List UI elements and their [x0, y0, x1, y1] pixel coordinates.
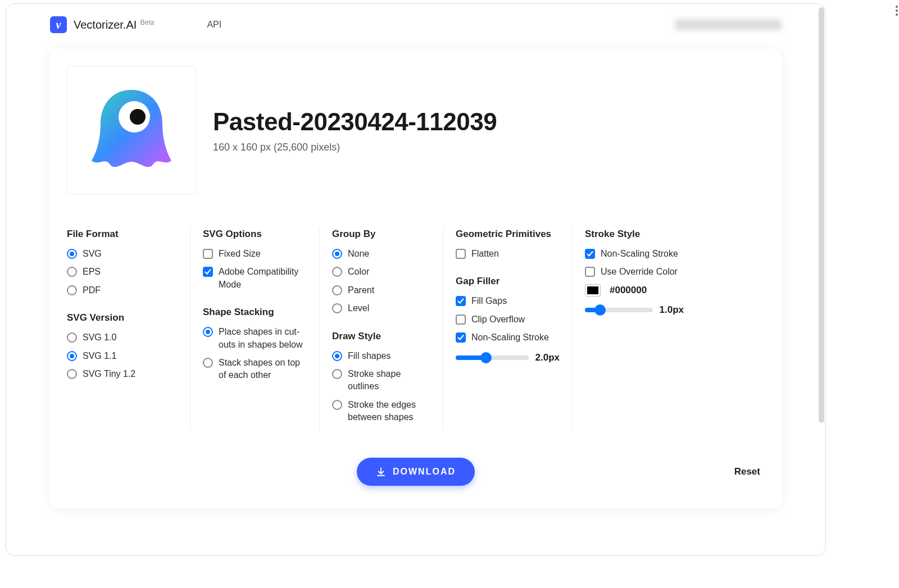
- color-swatch[interactable]: [585, 284, 601, 297]
- label: Fixed Size: [219, 248, 261, 260]
- radio-group-none[interactable]: None: [332, 248, 430, 260]
- main-card: Pasted-20230424-112039 160 x 160 px (25,…: [50, 49, 782, 508]
- radio-icon: [332, 303, 342, 313]
- checkbox-icon: [456, 314, 466, 325]
- gap-slider-value: 2.0px: [535, 352, 560, 363]
- slider-thumb-icon: [480, 352, 492, 363]
- file-header-row: Pasted-20230424-112039 160 x 160 px (25,…: [67, 66, 765, 217]
- radio-icon: [67, 351, 77, 361]
- label: Clip Overflow: [471, 313, 525, 326]
- label: Non-Scaling Stroke: [601, 248, 678, 260]
- label: Adobe Compatibility Mode: [219, 266, 307, 291]
- image-thumbnail[interactable]: [67, 66, 196, 195]
- title-block: Pasted-20230424-112039 160 x 160 px (25,…: [213, 108, 497, 153]
- label: SVG Tiny 1.2: [83, 368, 135, 380]
- section-group-by: Group By None Color Parent: [332, 229, 430, 315]
- check-fill-gaps[interactable]: Fill Gaps: [456, 295, 560, 307]
- label: SVG 1.1: [83, 350, 116, 362]
- col-svg-options: SVG Options Fixed Size Adobe Compatibili…: [190, 229, 320, 430]
- col-group-draw: Group By None Color Parent: [320, 229, 443, 430]
- label: Parent: [348, 284, 374, 297]
- check-adobe-compat[interactable]: Adobe Compatibility Mode: [203, 266, 307, 291]
- scrollbar[interactable]: [819, 7, 824, 423]
- label: Stroke shape outlines: [348, 368, 430, 393]
- section-gap-filler: Gap Filler Fill Gaps Clip Overflow Non-S…: [456, 276, 560, 363]
- section-geo-prim: Geometric Primitives Flatten: [456, 229, 560, 260]
- radio-icon: [67, 369, 77, 379]
- heading-gap-filler: Gap Filler: [456, 276, 560, 287]
- checkbox-icon: [585, 267, 595, 277]
- heading-svg-version: SVG Version: [67, 312, 178, 323]
- radio-svgtiny[interactable]: SVG Tiny 1.2: [67, 368, 178, 380]
- check-clip-overflow[interactable]: Clip Overflow: [456, 313, 560, 326]
- svg-point-1: [130, 109, 146, 125]
- label: PDF: [83, 284, 101, 297]
- radio-svg10[interactable]: SVG 1.0: [67, 331, 178, 344]
- radio-eps[interactable]: EPS: [67, 266, 178, 278]
- check-fixed-size[interactable]: Fixed Size: [203, 248, 307, 260]
- download-icon: [376, 467, 386, 477]
- card-footer: DOWNLOAD Reset: [67, 458, 765, 486]
- section-svg-options: SVG Options Fixed Size Adobe Compatibili…: [203, 229, 307, 291]
- check-override-color[interactable]: Use Override Color: [585, 266, 684, 278]
- radio-fill-shapes[interactable]: Fill shapes: [332, 350, 430, 362]
- brand[interactable]: Vectorizer.AI Beta: [74, 19, 154, 31]
- radio-group-color[interactable]: Color: [332, 266, 430, 278]
- radio-icon: [332, 249, 342, 259]
- check-stroke-nonscaling[interactable]: Non-Scaling Stroke: [585, 248, 684, 260]
- radio-icon: [332, 369, 342, 379]
- section-stroke-style: Stroke Style Non-Scaling Stroke Use Over…: [585, 229, 684, 316]
- browser-menu-dots[interactable]: [896, 6, 898, 16]
- reset-button[interactable]: Reset: [734, 466, 760, 477]
- header: v Vectorizer.AI Beta API: [6, 4, 825, 43]
- label: Place shapes in cut-outs in shapes below: [219, 326, 307, 351]
- check-gap-nonscaling[interactable]: Non-Scaling Stroke: [456, 331, 560, 344]
- label: EPS: [83, 266, 101, 278]
- radio-cutouts[interactable]: Place shapes in cut-outs in shapes below: [203, 326, 307, 351]
- gap-slider-row: 2.0px: [456, 352, 560, 363]
- checkbox-icon: [456, 296, 466, 306]
- stroke-slider[interactable]: [585, 308, 653, 312]
- section-draw-style: Draw Style Fill shapes Stroke shape outl…: [332, 331, 430, 424]
- options-grid: File Format SVG EPS PDF SVG Ver: [67, 217, 765, 430]
- radio-icon: [67, 267, 77, 277]
- col-stroke-style: Stroke Style Non-Scaling Stroke Use Over…: [573, 229, 696, 430]
- beta-badge: Beta: [140, 19, 155, 26]
- heading-group-by: Group By: [332, 229, 430, 240]
- file-dimensions: 160 x 160 px (25,600 pixels): [213, 142, 497, 153]
- radio-svg[interactable]: SVG: [67, 248, 178, 260]
- label: Stack shapes on top of each other: [219, 357, 307, 382]
- radio-svg11[interactable]: SVG 1.1: [67, 350, 178, 362]
- radio-pdf[interactable]: PDF: [67, 284, 178, 297]
- heading-geo-prim: Geometric Primitives: [456, 229, 560, 240]
- checkbox-icon: [203, 267, 213, 277]
- label: Flatten: [471, 248, 499, 260]
- radio-stroke-outlines[interactable]: Stroke shape outlines: [332, 368, 430, 393]
- label: SVG 1.0: [83, 331, 116, 344]
- color-hex: #000000: [610, 285, 647, 296]
- stroke-slider-row: 1.0px: [585, 304, 684, 316]
- col-geo-gap: Geometric Primitives Flatten Gap Filler …: [443, 229, 573, 430]
- radio-icon: [67, 285, 77, 295]
- label: Use Override Color: [601, 266, 678, 278]
- swatch-color-icon: [587, 286, 598, 294]
- check-flatten[interactable]: Flatten: [456, 248, 560, 260]
- radio-icon: [67, 249, 77, 259]
- radio-icon: [332, 400, 342, 410]
- label: Level: [348, 302, 369, 314]
- radio-stack[interactable]: Stack shapes on top of each other: [203, 357, 307, 382]
- brand-name: Vectorizer.AI: [74, 19, 137, 31]
- radio-icon: [332, 285, 342, 295]
- heading-file-format: File Format: [67, 229, 178, 240]
- radio-group-parent[interactable]: Parent: [332, 284, 430, 297]
- label: Fill Gaps: [471, 295, 507, 307]
- radio-group-level[interactable]: Level: [332, 302, 430, 314]
- radio-stroke-edges[interactable]: Stroke the edges between shapes: [332, 399, 430, 424]
- app-window: v Vectorizer.AI Beta API: [6, 3, 826, 556]
- label: Color: [348, 266, 369, 278]
- gap-slider[interactable]: [456, 355, 529, 360]
- download-button[interactable]: DOWNLOAD: [357, 458, 475, 486]
- logo-icon[interactable]: v: [50, 16, 67, 33]
- user-menu[interactable]: [675, 19, 782, 30]
- nav-api-link[interactable]: API: [207, 20, 221, 30]
